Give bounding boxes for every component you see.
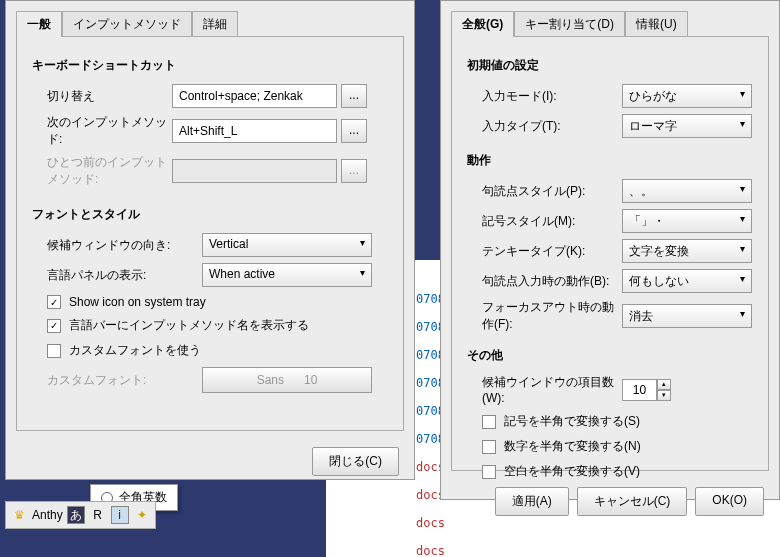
ime-crown-icon: ♛ — [10, 506, 28, 524]
convert-symbol-halfwidth-checkbox[interactable] — [482, 415, 496, 429]
input-mode-select[interactable]: ひらがな — [622, 84, 752, 108]
punct-input-label: 句読点入力時の動作(B): — [467, 273, 622, 290]
next-im-hotkey-input[interactable] — [172, 119, 337, 143]
info-icon[interactable]: i — [111, 506, 129, 524]
input-type-label: 入力タイプ(T): — [467, 118, 622, 135]
prev-im-hotkey-edit-button: ... — [341, 159, 367, 183]
language-panel[interactable]: ♛ Anthy あ R i ✦ — [5, 501, 156, 529]
custom-font-button: Sans 10 — [202, 367, 372, 393]
prev-im-label: ひとつ前のインプットメソッド: — [32, 154, 172, 188]
language-panel-select[interactable]: When active — [202, 263, 372, 287]
symbol-style-select[interactable]: 「」・ — [622, 209, 752, 233]
symbol-style-label: 記号スタイル(M): — [467, 213, 622, 230]
romaji-indicator[interactable]: R — [89, 506, 107, 524]
show-im-name-label: 言語バーにインプットメソッド名を表示する — [69, 317, 309, 334]
ibus-preferences-dialog: 一般 インプットメソッド 詳細 キーボードショートカット 切り替え ... 次の… — [5, 0, 415, 480]
general-panel: キーボードショートカット 切り替え ... 次のインプットメソッド: ... ひ… — [16, 36, 404, 431]
cancel-button[interactable]: キャンセル(C) — [577, 487, 688, 516]
candidate-orientation-select[interactable]: Vertical — [202, 233, 372, 257]
tab-keybinding[interactable]: キー割り当て(D) — [514, 11, 625, 37]
switch-hotkey-edit-button[interactable]: ... — [341, 84, 367, 108]
convert-symbol-label: 記号を半角で変換する(S) — [504, 413, 640, 430]
close-button[interactable]: 閉じる(C) — [312, 447, 399, 476]
custom-font-label: カスタムフォントを使う — [69, 342, 201, 359]
tab-input-method[interactable]: インプットメソッド — [62, 11, 192, 37]
tab-general-2[interactable]: 全般(G) — [451, 11, 514, 37]
anthy-preferences-dialog: 全般(G) キー割り当て(D) 情報(U) 初期値の設定 入力モード(I): ひ… — [440, 0, 780, 500]
tenkey-label: テンキータイプ(K): — [467, 243, 622, 260]
custom-font-field-label: カスタムフォント: — [32, 372, 202, 389]
punct-input-select[interactable]: 何もしない — [622, 269, 752, 293]
candidate-orientation-label: 候補ウィンドウの向き: — [32, 237, 202, 254]
convert-space-label: 空白を半角で変換する(V) — [504, 463, 640, 480]
candidate-count-input[interactable] — [622, 379, 657, 401]
convert-space-halfwidth-checkbox[interactable] — [482, 465, 496, 479]
input-mode-label: 入力モード(I): — [467, 88, 622, 105]
tab-general[interactable]: 一般 — [16, 11, 62, 37]
show-tray-checkbox[interactable] — [47, 295, 61, 309]
tab-info[interactable]: 情報(U) — [625, 11, 688, 37]
keyboard-shortcut-heading: キーボードショートカット — [32, 57, 388, 74]
input-mode-indicator[interactable]: あ — [67, 506, 85, 524]
input-type-select[interactable]: ローマ字 — [622, 114, 752, 138]
term-line: docs — [416, 544, 445, 557]
spinner-down-button[interactable]: ▾ — [657, 390, 671, 401]
tab-bar: 一般 インプットメソッド 詳細 — [6, 1, 414, 37]
candidate-count-label: 候補ウインドウの項目数(W): — [467, 374, 622, 405]
other-heading: その他 — [467, 347, 753, 364]
spinner-up-button[interactable]: ▴ — [657, 379, 671, 390]
language-panel-label: 言語パネルの表示: — [32, 267, 202, 284]
font-style-heading: フォントとスタイル — [32, 206, 388, 223]
tenkey-select[interactable]: 文字を変換 — [622, 239, 752, 263]
focus-out-select[interactable]: 消去 — [622, 304, 752, 328]
ime-name-label: Anthy — [32, 508, 63, 522]
custom-font-checkbox[interactable] — [47, 344, 61, 358]
candidate-count-spinner[interactable]: ▴ ▾ — [622, 379, 671, 401]
show-im-name-checkbox[interactable] — [47, 319, 61, 333]
switch-hotkey-input[interactable] — [172, 84, 337, 108]
initial-values-heading: 初期値の設定 — [467, 57, 753, 74]
behavior-heading: 動作 — [467, 152, 753, 169]
focus-out-label: フォーカスアウト時の動作(F): — [467, 299, 622, 333]
punct-style-select[interactable]: 、。 — [622, 179, 752, 203]
next-im-label: 次のインプットメソッド: — [32, 114, 172, 148]
prev-im-hotkey-input — [172, 159, 337, 183]
punct-style-label: 句読点スタイル(P): — [467, 183, 622, 200]
tab-advanced[interactable]: 詳細 — [192, 11, 238, 37]
convert-number-halfwidth-checkbox[interactable] — [482, 440, 496, 454]
next-im-hotkey-edit-button[interactable]: ... — [341, 119, 367, 143]
apply-button[interactable]: 適用(A) — [495, 487, 569, 516]
show-tray-label: Show icon on system tray — [69, 295, 206, 309]
switch-label: 切り替え — [32, 88, 172, 105]
convert-number-label: 数字を半角で変換する(N) — [504, 438, 641, 455]
tab-bar-2: 全般(G) キー割り当て(D) 情報(U) — [441, 1, 779, 37]
settings-icon[interactable]: ✦ — [133, 506, 151, 524]
anthy-general-panel: 初期値の設定 入力モード(I): ひらがな 入力タイプ(T): ローマ字 動作 … — [451, 36, 769, 471]
ok-button[interactable]: OK(O) — [695, 487, 764, 516]
